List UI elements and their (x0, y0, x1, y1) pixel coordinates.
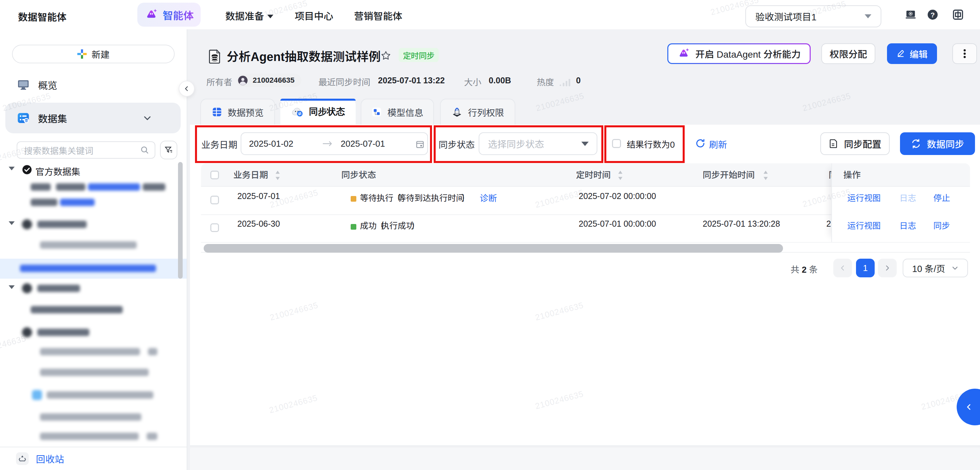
svg-text:?: ? (931, 11, 935, 19)
